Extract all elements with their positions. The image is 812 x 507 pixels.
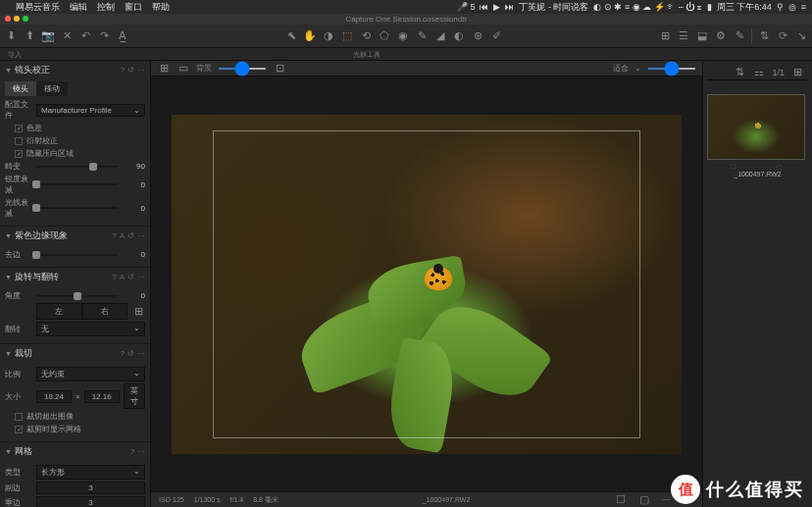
playback-play-icon[interactable]: ▶: [493, 2, 500, 12]
picker-tool-icon[interactable]: ✐: [489, 29, 503, 43]
reset-icon[interactable]: ↺: [127, 231, 134, 240]
viewer-icon[interactable]: ▭: [177, 62, 190, 76]
section-header[interactable]: ▼ 旋转与翻转 ?A↺⋯: [0, 268, 150, 286]
heal-tool-icon[interactable]: ⊛: [471, 29, 484, 43]
close-icon[interactable]: [5, 16, 11, 22]
thumbnail[interactable]: [707, 94, 805, 160]
distortion-slider[interactable]: [36, 166, 118, 168]
filter-icon[interactable]: ⚏: [752, 66, 766, 79]
keystone-tool-icon[interactable]: ⬠: [378, 29, 391, 43]
loupe-icon[interactable]: ◑: [322, 29, 335, 43]
rotate-right-button[interactable]: 右: [82, 303, 128, 320]
auto-icon[interactable]: A: [120, 231, 125, 240]
notif-icon[interactable]: ≡: [801, 2, 806, 12]
playback-next-icon[interactable]: ⏭: [505, 2, 514, 12]
mic-icon[interactable]: 🎤 5: [457, 2, 476, 12]
rotate-tool-icon[interactable]: ⟲: [359, 29, 373, 43]
auto-icon[interactable]: A: [120, 273, 125, 281]
grid-type-dropdown[interactable]: 长方形⌄: [36, 465, 145, 480]
defringe-slider[interactable]: [36, 254, 118, 256]
reset-icon[interactable]: ↺: [127, 66, 134, 75]
grid-view-icon[interactable]: ⊞: [790, 66, 804, 79]
menu-help[interactable]: 帮助: [152, 1, 170, 14]
section-header[interactable]: ▼ 网格 ?⋯: [0, 442, 150, 461]
spotlight-icon[interactable]: ⚲: [777, 2, 784, 12]
menu-window[interactable]: 窗口: [125, 1, 142, 14]
light-slider[interactable]: [36, 207, 118, 209]
sort-icon[interactable]: ⇅: [733, 66, 746, 79]
flip-dropdown[interactable]: 无⌄: [36, 322, 145, 336]
chk-diffraction[interactable]: 衍射校正: [15, 135, 145, 146]
help-icon[interactable]: ?: [130, 447, 134, 456]
grid-sub-input[interactable]: [36, 482, 145, 494]
zoom-slider[interactable]: [647, 68, 696, 70]
clock[interactable]: 周三 下午6:44: [717, 1, 772, 14]
angle-slider[interactable]: [36, 295, 118, 297]
crop-tool-icon[interactable]: ⬚: [340, 29, 354, 43]
menu-icon[interactable]: ⋯: [137, 273, 145, 281]
cursor-tool-icon[interactable]: ⬉: [284, 29, 298, 43]
grid-vert-input[interactable]: [36, 496, 145, 507]
chk-ca[interactable]: ✓色差: [15, 123, 145, 133]
spot-tool-icon[interactable]: ◉: [396, 29, 410, 43]
thumbnail-rating[interactable]: ☐ · · · · · ▢: [707, 163, 808, 170]
crop-overlay[interactable]: [213, 130, 640, 438]
gradient-tool-icon[interactable]: ◢: [433, 29, 447, 43]
rating-icon[interactable]: ☐: [614, 493, 628, 507]
crop-width-input[interactable]: [36, 390, 72, 403]
browser-icon[interactable]: ⊞: [157, 62, 171, 76]
help-icon[interactable]: ?: [121, 349, 125, 358]
chk-outside[interactable]: 裁切超出图像: [15, 411, 145, 422]
bg-brightness-slider[interactable]: [218, 68, 267, 70]
tab-move[interactable]: 移动: [36, 81, 68, 96]
grid-icon[interactable]: ⊞: [131, 305, 145, 319]
section-header[interactable]: ▼ 裁切 ?↺⋯: [0, 344, 150, 363]
tab-lens[interactable]: 镜头: [5, 81, 36, 96]
copy-adj-icon[interactable]: ⇅: [757, 29, 771, 43]
paste-adj-icon[interactable]: ⟳: [776, 29, 789, 43]
redo-icon[interactable]: ↷: [97, 29, 111, 43]
maximize-icon[interactable]: [23, 16, 28, 22]
proof-icon[interactable]: ⊡: [273, 62, 286, 76]
section-header[interactable]: ▼ 紫色边缘现象 ?A↺⋯: [0, 227, 150, 245]
menu-icon[interactable]: ⋯: [137, 447, 145, 456]
rotate-left-button[interactable]: 左: [36, 303, 82, 320]
menu-control[interactable]: 控制: [97, 1, 115, 14]
color-tag-icon[interactable]: ▢: [637, 493, 651, 507]
chevron-down-icon[interactable]: ⌄: [634, 64, 641, 73]
radial-tool-icon[interactable]: ◐: [452, 29, 466, 43]
menu-icon[interactable]: ⋯: [137, 231, 145, 240]
help-icon[interactable]: ?: [112, 273, 116, 281]
hand-tool-icon[interactable]: ✋: [303, 29, 317, 43]
image-canvas[interactable]: [151, 76, 702, 491]
import-icon[interactable]: ⬇: [4, 29, 18, 43]
help-icon[interactable]: ?: [121, 66, 125, 75]
help-icon[interactable]: ?: [112, 231, 116, 240]
siri-icon[interactable]: ◎: [788, 2, 796, 12]
traffic-lights[interactable]: [5, 16, 28, 22]
menu-icon[interactable]: ⋯: [137, 66, 145, 75]
reset-icon[interactable]: ↺: [127, 349, 134, 358]
delete-icon[interactable]: ✕: [60, 29, 74, 43]
battery-icon[interactable]: ▮: [707, 2, 712, 12]
ratio-dropdown[interactable]: 无约束⌄: [36, 367, 145, 381]
crop-height-input[interactable]: [84, 390, 120, 403]
profile-dropdown[interactable]: Manufacturer Profile⌄: [36, 104, 145, 117]
chk-grid[interactable]: ✓裁剪时显示网格: [15, 424, 145, 434]
minimize-icon[interactable]: [14, 16, 20, 22]
list-view-icon[interactable]: ☰: [677, 29, 690, 43]
unit-dropdown[interactable]: 英寸: [124, 383, 145, 409]
app-name[interactable]: 网易云音乐: [16, 1, 60, 14]
sharpness-slider[interactable]: [36, 183, 118, 185]
settings-icon[interactable]: ⚙: [714, 29, 728, 43]
grid-view-icon[interactable]: ⊞: [658, 29, 672, 43]
camera-icon[interactable]: 📷: [41, 29, 55, 43]
section-header[interactable]: ▼ 镜头校正 ?↺⋯: [0, 61, 150, 79]
export-icon[interactable]: ⬆: [23, 29, 36, 43]
menu-edit[interactable]: 编辑: [70, 1, 87, 14]
apply-icon[interactable]: ↘: [794, 29, 808, 43]
reset-icon[interactable]: ↺: [127, 273, 134, 281]
undo-icon[interactable]: ↶: [78, 29, 92, 43]
playback-prev-icon[interactable]: ⏮: [480, 2, 488, 12]
chk-hide[interactable]: ✓隐藏压白区域: [15, 148, 145, 159]
